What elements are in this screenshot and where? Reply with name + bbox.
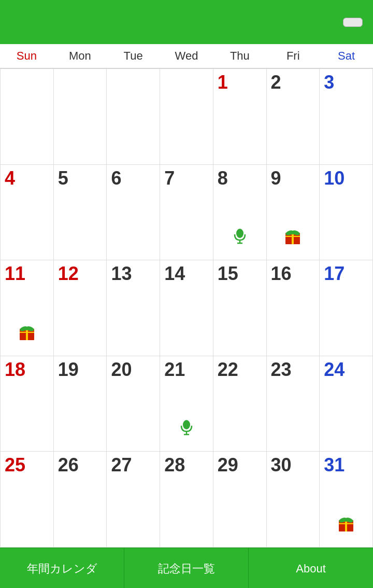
- cal-cell-29[interactable]: 29: [213, 452, 267, 548]
- day-number: 3: [324, 72, 334, 93]
- cal-cell-15[interactable]: 15: [213, 260, 267, 356]
- day-number: 26: [58, 454, 79, 475]
- day-number: 16: [271, 263, 292, 284]
- calendar-event-icon: [177, 418, 196, 441]
- app-header: [0, 0, 373, 44]
- day-number: 1: [218, 72, 228, 93]
- svg-rect-23: [339, 523, 353, 524]
- cal-cell-17[interactable]: 17: [320, 260, 373, 356]
- cal-cell-13[interactable]: 13: [107, 260, 160, 356]
- day-number: 2: [271, 72, 281, 93]
- cal-cell-2[interactable]: 2: [267, 69, 320, 165]
- calendar-event-icon: [337, 514, 355, 537]
- svg-point-9: [291, 231, 294, 234]
- svg-point-26: [345, 519, 348, 522]
- day-number: 10: [324, 167, 345, 189]
- svg-rect-6: [285, 236, 300, 237]
- cal-cell-4[interactable]: 4: [1, 165, 54, 261]
- cal-cell-30[interactable]: 30: [267, 452, 320, 548]
- svg-point-0: [236, 229, 243, 238]
- day-number: 18: [5, 359, 25, 380]
- day-header-tue: Tue: [107, 44, 160, 68]
- day-header-sat: Sat: [320, 44, 373, 68]
- cal-cell-27[interactable]: 27: [107, 452, 160, 548]
- cal-cell-3[interactable]: 3: [320, 69, 373, 165]
- nav-item-1[interactable]: 記念日一覧: [124, 548, 249, 588]
- day-number: 29: [218, 454, 238, 475]
- today-button[interactable]: [343, 18, 363, 27]
- day-number: 28: [164, 454, 185, 475]
- cal-cell-empty-0-1: [54, 69, 107, 165]
- cal-cell-25[interactable]: 25: [1, 452, 54, 548]
- bottom-navigation: 年間カレンダ記念日一覧About: [0, 548, 373, 588]
- day-number: 4: [5, 167, 15, 189]
- cal-cell-6[interactable]: 6: [107, 165, 160, 261]
- day-header-sun: Sun: [0, 44, 53, 68]
- day-number: 13: [111, 263, 132, 284]
- cal-cell-16[interactable]: 16: [267, 260, 320, 356]
- cal-cell-14[interactable]: 14: [160, 260, 213, 356]
- cal-cell-31[interactable]: 31: [320, 452, 373, 548]
- day-header-thu: Thu: [213, 44, 266, 68]
- cal-cell-empty-0-2: [107, 69, 160, 165]
- day-header-mon: Mon: [53, 44, 107, 68]
- day-number: 25: [5, 454, 25, 475]
- cal-cell-1[interactable]: 1: [213, 69, 267, 165]
- calendar-event-icon: [283, 227, 302, 249]
- day-header-fri: Fri: [266, 44, 320, 68]
- day-number: 17: [324, 263, 345, 284]
- cal-cell-22[interactable]: 22: [213, 356, 267, 452]
- svg-rect-13: [20, 332, 34, 333]
- calendar-event-icon: [231, 227, 249, 249]
- cal-cell-12[interactable]: 12: [54, 260, 107, 356]
- day-number: 22: [218, 359, 238, 380]
- cal-cell-9[interactable]: 9: [267, 165, 320, 261]
- day-number: 20: [111, 359, 132, 380]
- day-number: 8: [218, 167, 228, 189]
- day-number: 30: [271, 454, 292, 475]
- svg-rect-5: [292, 233, 294, 244]
- day-number: 15: [218, 263, 238, 284]
- cal-cell-26[interactable]: 26: [54, 452, 107, 548]
- day-number: 27: [111, 454, 132, 475]
- cal-cell-23[interactable]: 23: [267, 356, 320, 452]
- cal-cell-28[interactable]: 28: [160, 452, 213, 548]
- cal-cell-18[interactable]: 18: [1, 356, 54, 452]
- cal-cell-10[interactable]: 10: [320, 165, 373, 261]
- day-number: 12: [58, 263, 79, 284]
- day-number: 31: [324, 454, 345, 475]
- calendar-grid: 12345678 9 1011: [0, 68, 373, 548]
- cal-cell-5[interactable]: 5: [54, 165, 107, 261]
- nav-item-0[interactable]: 年間カレンダ: [0, 548, 124, 588]
- cal-cell-11[interactable]: 11: [1, 260, 54, 356]
- cal-cell-8[interactable]: 8: [213, 165, 267, 261]
- day-number: 6: [111, 167, 121, 189]
- day-number: 7: [164, 167, 175, 189]
- cal-cell-19[interactable]: 19: [54, 356, 107, 452]
- cal-cell-24[interactable]: 24: [320, 356, 373, 452]
- day-number: 21: [164, 359, 185, 380]
- cal-cell-21[interactable]: 21: [160, 356, 213, 452]
- day-number: 19: [58, 359, 79, 380]
- cal-cell-7[interactable]: 7: [160, 165, 213, 261]
- cal-cell-empty-0-0: [1, 69, 54, 165]
- svg-rect-12: [26, 329, 28, 340]
- nav-item-2[interactable]: About: [249, 548, 373, 588]
- day-number: 23: [271, 359, 292, 380]
- svg-rect-22: [345, 520, 347, 531]
- day-number: 5: [58, 167, 68, 189]
- cal-cell-20[interactable]: 20: [107, 356, 160, 452]
- svg-point-17: [183, 420, 190, 429]
- day-headers-row: SunMonTueWedThuFriSat: [0, 44, 373, 68]
- cal-cell-empty-0-3: [160, 69, 213, 165]
- day-number: 24: [324, 359, 345, 380]
- day-number: 9: [271, 167, 281, 189]
- svg-point-16: [25, 327, 28, 330]
- day-header-wed: Wed: [160, 44, 213, 68]
- day-number: 11: [5, 263, 25, 284]
- calendar-event-icon: [18, 323, 36, 345]
- day-number: 14: [164, 263, 185, 284]
